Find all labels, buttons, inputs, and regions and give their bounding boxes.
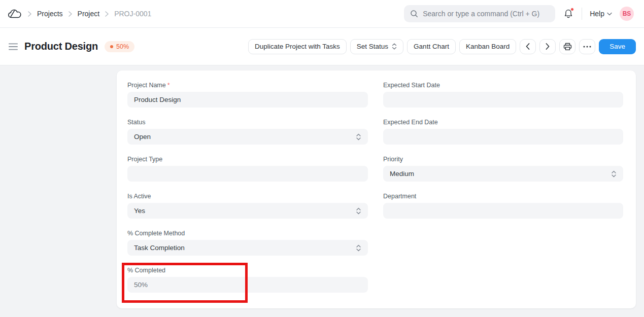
is-active-value: Yes [134,207,145,215]
breadcrumb-item-project[interactable]: Project [78,10,100,18]
breadcrumb-separator-icon [69,11,72,17]
printer-icon [563,43,572,51]
field-percent-completed: % Completed [127,267,368,293]
avatar[interactable]: BS [620,7,634,21]
field-department: Department [383,193,623,219]
field-status: Status Open [127,119,368,145]
status-select[interactable]: Open [127,129,368,145]
field-priority: Priority Medium [383,156,623,182]
print-button[interactable] [559,39,575,54]
progress-badge: 50% [105,41,134,52]
chevron-right-icon [546,43,550,50]
percent-complete-method-label: % Complete Method [127,230,368,237]
breadcrumb-separator-icon [105,11,109,17]
set-status-label: Set Status [357,43,388,50]
priority-label: Priority [383,156,623,163]
global-search[interactable] [404,5,555,22]
next-record-button[interactable] [539,39,556,54]
sidebar-toggle-button[interactable] [9,43,18,50]
badge-value: 50% [116,43,129,50]
badge-dot-icon [110,45,113,48]
project-type-input[interactable] [127,166,368,182]
field-expected-end-date: Expected End Date [383,119,623,145]
notifications-button[interactable] [563,8,574,19]
breadcrumb-separator-icon [28,11,31,17]
status-value: Open [134,133,151,140]
is-active-select[interactable]: Yes [127,203,368,219]
kanban-board-button[interactable]: Kanban Board [459,39,516,54]
field-project-name: Project Name* [127,82,368,108]
department-input[interactable] [383,203,623,219]
priority-value: Medium [390,170,414,178]
field-project-type: Project Type [127,156,368,182]
is-active-label: Is Active [127,193,368,200]
search-input[interactable] [423,10,549,18]
up-down-chevrons-icon [356,244,361,252]
set-status-button[interactable]: Set Status [350,39,403,54]
frappe-cloud-logo-icon[interactable] [7,8,22,20]
percent-completed-label: % Completed [127,267,368,274]
expected-start-date-input[interactable] [383,92,623,108]
field-expected-start-date: Expected Start Date [383,82,623,108]
department-label: Department [383,193,623,200]
required-asterisk: * [167,82,170,89]
project-type-label: Project Type [127,156,368,163]
prev-record-button[interactable] [520,39,536,54]
status-label: Status [127,119,368,126]
search-icon [410,10,418,18]
navbar-divider [582,8,582,20]
page-header: Product Design 50% Duplicate Project wit… [0,28,644,65]
project-name-input[interactable] [127,92,368,108]
expected-end-date-input[interactable] [383,129,623,145]
project-form-card: Project Name* Status Open Project Type I… [117,71,636,308]
duplicate-project-button[interactable]: Duplicate Project with Tasks [248,39,347,54]
percent-complete-method-select[interactable]: Task Completion [127,240,368,256]
chevron-down-icon [607,12,612,16]
breadcrumb: Projects Project PROJ-0001 [7,8,151,20]
help-menu[interactable]: Help [590,10,612,18]
more-menu-button[interactable] [579,39,595,54]
help-label: Help [590,10,604,18]
up-down-chevrons-icon [356,133,361,140]
page-title: Product Design [24,41,98,52]
gantt-chart-button[interactable]: Gantt Chart [407,39,456,54]
chevron-left-icon [526,43,530,50]
project-name-label: Project Name* [127,82,368,89]
priority-select[interactable]: Medium [383,166,623,182]
breadcrumb-item-current: PROJ-0001 [114,10,151,18]
save-button[interactable]: Save [599,39,636,54]
up-down-chevrons-icon [611,170,617,178]
field-percent-complete-method: % Complete Method Task Completion [127,230,368,256]
field-is-active: Is Active Yes [127,193,368,219]
toolbar: Duplicate Project with Tasks Set Status … [248,39,636,54]
breadcrumb-item-projects[interactable]: Projects [37,10,63,18]
up-down-chevrons-icon [392,43,397,50]
expected-start-date-label: Expected Start Date [383,82,623,89]
ellipsis-icon [583,46,591,48]
percent-complete-method-value: Task Completion [134,244,185,252]
expected-end-date-label: Expected End Date [383,119,623,126]
percent-completed-input[interactable] [127,277,368,293]
up-down-chevrons-icon [356,207,361,215]
top-navbar: Projects Project PROJ-0001 [0,0,644,28]
main-content: Project Name* Status Open Project Type I… [0,65,644,317]
